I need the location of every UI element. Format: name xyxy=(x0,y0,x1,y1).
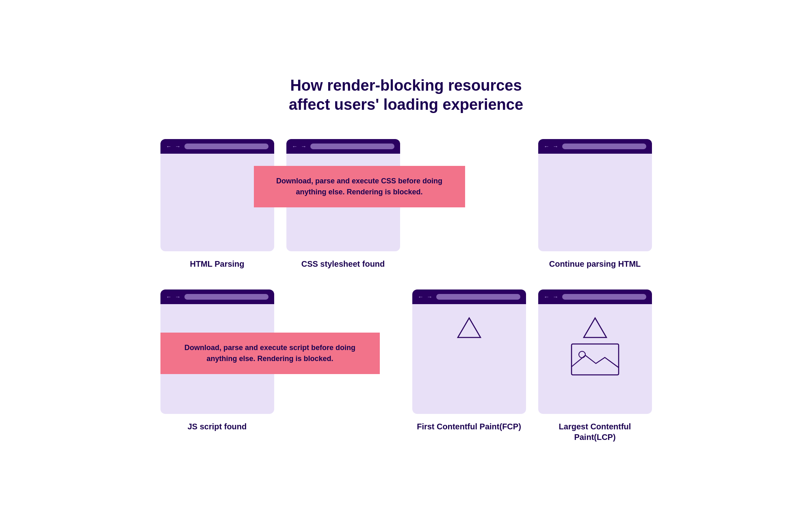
nav-arrows-5: ← → xyxy=(166,294,182,300)
js-blocking-banner: Download, parse and execute script befor… xyxy=(160,333,380,374)
svg-marker-0 xyxy=(458,318,481,337)
address-bar-7 xyxy=(436,294,520,300)
card-label-css-found: CSS stylesheet found xyxy=(301,259,385,269)
browser-body-4 xyxy=(538,154,652,251)
nav-arrows: ← → xyxy=(166,143,182,150)
css-blocking-banner: Download, parse and execute CSS before d… xyxy=(254,166,465,207)
browser-chrome-8: ← → xyxy=(538,289,652,304)
browser-chrome: ← → xyxy=(160,139,274,154)
svg-point-3 xyxy=(579,351,585,358)
svg-rect-2 xyxy=(572,344,619,375)
card-label-js-found: JS script found xyxy=(188,421,247,432)
browser-chrome-5: ← → xyxy=(160,289,274,304)
card-lcp: ← → Largest Contentf xyxy=(538,289,652,442)
card-continue-parsing: ← → Continue parsing HTML xyxy=(538,139,652,269)
browser-chrome-7: ← → xyxy=(412,289,526,304)
svg-marker-1 xyxy=(584,318,606,337)
triangle-icon-lcp xyxy=(582,316,608,339)
address-bar-5 xyxy=(184,294,268,300)
card-fcp: ← → First Contentful Paint(FCP) xyxy=(412,289,526,442)
browser-lcp: ← → xyxy=(538,289,652,414)
nav-arrows-4: ← → xyxy=(544,143,559,150)
page-container: How render-blocking resources affect use… xyxy=(122,76,691,442)
card-label-continue: Continue parsing HTML xyxy=(549,259,641,269)
browser-css-found: ← → Download, parse and execute CSS befo… xyxy=(286,139,400,251)
browser-js-found: ← → Download, parse and execute script b… xyxy=(160,289,274,414)
browser-body-2: Download, parse and execute CSS before d… xyxy=(286,154,400,251)
browser-body-8 xyxy=(538,304,652,414)
main-title: How render-blocking resources affect use… xyxy=(122,76,691,115)
css-banner-text: Download, parse and execute CSS before d… xyxy=(276,177,442,196)
row-1: ← → HTML Parsing ← → xyxy=(122,139,691,269)
browser-fcp: ← → xyxy=(412,289,526,414)
row-2: ← → Download, parse and execute script b… xyxy=(122,289,691,442)
browser-continue: ← → xyxy=(538,139,652,251)
js-banner-text: Download, parse and execute script befor… xyxy=(184,344,355,363)
browser-chrome-4: ← → xyxy=(538,139,652,154)
card-label-lcp: Largest Contentful Paint(LCP) xyxy=(538,421,652,442)
card-css-found: ← → Download, parse and execute CSS befo… xyxy=(286,139,400,269)
card-label-fcp: First Contentful Paint(FCP) xyxy=(417,421,521,432)
triangle-icon-fcp xyxy=(456,316,482,339)
address-bar-8 xyxy=(562,294,646,300)
image-icon-lcp xyxy=(571,343,619,376)
browser-body-5: Download, parse and execute script befor… xyxy=(160,304,274,414)
nav-arrows-2: ← → xyxy=(292,143,307,150)
address-bar-2 xyxy=(310,144,394,149)
browser-body-7 xyxy=(412,304,526,414)
card-label-html-parsing: HTML Parsing xyxy=(190,259,244,269)
browser-chrome-2: ← → xyxy=(286,139,400,154)
address-bar xyxy=(184,144,268,149)
card-js-found: ← → Download, parse and execute script b… xyxy=(160,289,274,442)
nav-arrows-8: ← → xyxy=(544,294,559,300)
address-bar-4 xyxy=(562,144,646,149)
nav-arrows-7: ← → xyxy=(418,294,433,300)
